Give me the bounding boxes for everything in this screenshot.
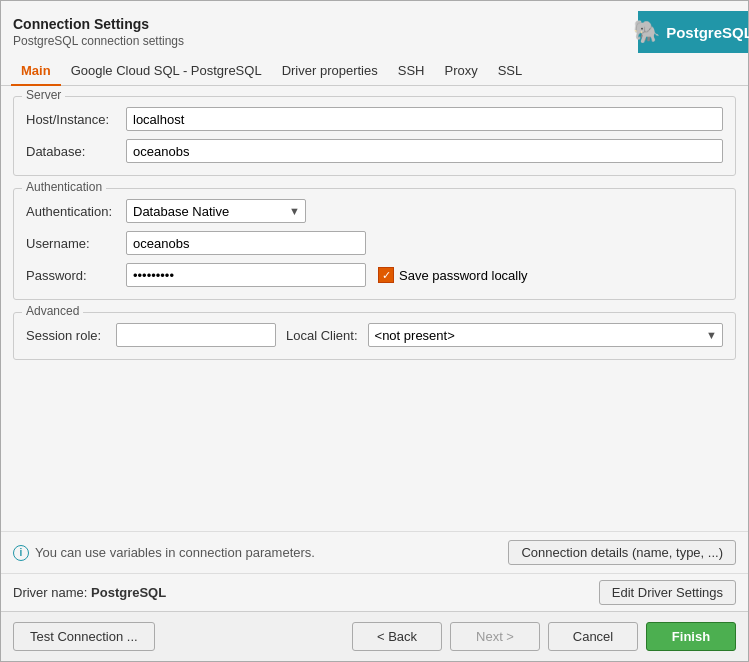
driver-bar: Driver name: PostgreSQL Edit Driver Sett… xyxy=(1,573,748,611)
footer-left: Test Connection ... xyxy=(13,622,155,651)
database-row: Database: xyxy=(26,139,723,163)
local-client-select[interactable]: <not present> xyxy=(368,323,723,347)
advanced-row: Session role: Local Client: <not present… xyxy=(26,323,723,347)
save-password-label: Save password locally xyxy=(399,268,528,283)
advanced-legend: Advanced xyxy=(22,304,83,318)
host-row: Host/Instance: xyxy=(26,107,723,131)
password-input[interactable] xyxy=(126,263,366,287)
info-text-container: i You can use variables in connection pa… xyxy=(13,545,315,561)
tab-proxy[interactable]: Proxy xyxy=(434,57,487,86)
host-input[interactable] xyxy=(126,107,723,131)
password-label: Password: xyxy=(26,268,126,283)
server-legend: Server xyxy=(22,88,65,102)
finish-button[interactable]: Finish xyxy=(646,622,736,651)
local-client-label: Local Client: xyxy=(286,328,358,343)
info-bar: i You can use variables in connection pa… xyxy=(1,531,748,573)
username-row: Username: xyxy=(26,231,723,255)
session-label: Session role: xyxy=(26,328,106,343)
auth-dropdown-wrapper: Database Native Username/password Kerber… xyxy=(126,199,306,223)
header: Connection Settings PostgreSQL connectio… xyxy=(1,1,748,53)
checkmark-icon: ✓ xyxy=(382,269,391,282)
host-label: Host/Instance: xyxy=(26,112,126,127)
save-password-checkbox[interactable]: ✓ xyxy=(378,267,394,283)
username-label: Username: xyxy=(26,236,126,251)
dialog: Connection Settings PostgreSQL connectio… xyxy=(0,0,749,662)
auth-type-label: Authentication: xyxy=(26,204,126,219)
session-input[interactable] xyxy=(116,323,276,347)
server-section: Server Host/Instance: Database: xyxy=(13,96,736,176)
tabs-bar: Main Google Cloud SQL - PostgreSQL Drive… xyxy=(1,57,748,86)
footer-right: < Back Next > Cancel Finish xyxy=(352,622,736,651)
connection-details-button[interactable]: Connection details (name, type, ...) xyxy=(508,540,736,565)
back-button[interactable]: < Back xyxy=(352,622,442,651)
auth-select[interactable]: Database Native Username/password Kerber… xyxy=(126,199,306,223)
info-icon: i xyxy=(13,545,29,561)
username-input[interactable] xyxy=(126,231,366,255)
dialog-subtitle: PostgreSQL connection settings xyxy=(13,34,184,48)
tab-google-cloud[interactable]: Google Cloud SQL - PostgreSQL xyxy=(61,57,272,86)
tab-ssl[interactable]: SSL xyxy=(488,57,533,86)
password-row: Password: ✓ Save password locally xyxy=(26,263,723,287)
database-input[interactable] xyxy=(126,139,723,163)
driver-name-value: PostgreSQL xyxy=(91,585,166,600)
dialog-title: Connection Settings xyxy=(13,16,184,32)
advanced-section: Advanced Session role: Local Client: <no… xyxy=(13,312,736,360)
tab-driver-properties[interactable]: Driver properties xyxy=(272,57,388,86)
header-text: Connection Settings PostgreSQL connectio… xyxy=(13,11,184,53)
local-client-wrapper: <not present> ▼ xyxy=(368,323,723,347)
cancel-button[interactable]: Cancel xyxy=(548,622,638,651)
tab-ssh[interactable]: SSH xyxy=(388,57,435,86)
auth-legend: Authentication xyxy=(22,180,106,194)
database-label: Database: xyxy=(26,144,126,159)
auth-section: Authentication Authentication: Database … xyxy=(13,188,736,300)
logo-icon: 🐘 xyxy=(633,19,660,45)
save-password-row: ✓ Save password locally xyxy=(378,267,528,283)
driver-name-label: Driver name: xyxy=(13,585,87,600)
next-button[interactable]: Next > xyxy=(450,622,540,651)
footer: Test Connection ... < Back Next > Cancel… xyxy=(1,611,748,661)
product-logo: 🐘 PostgreSQL xyxy=(638,11,748,53)
driver-text: Driver name: PostgreSQL xyxy=(13,585,166,600)
edit-driver-button[interactable]: Edit Driver Settings xyxy=(599,580,736,605)
main-content: Server Host/Instance: Database: Authenti… xyxy=(1,86,748,531)
auth-type-row: Authentication: Database Native Username… xyxy=(26,199,723,223)
info-message: You can use variables in connection para… xyxy=(35,545,315,560)
logo-text: PostgreSQL xyxy=(666,24,749,41)
tab-main[interactable]: Main xyxy=(11,57,61,86)
test-connection-button[interactable]: Test Connection ... xyxy=(13,622,155,651)
